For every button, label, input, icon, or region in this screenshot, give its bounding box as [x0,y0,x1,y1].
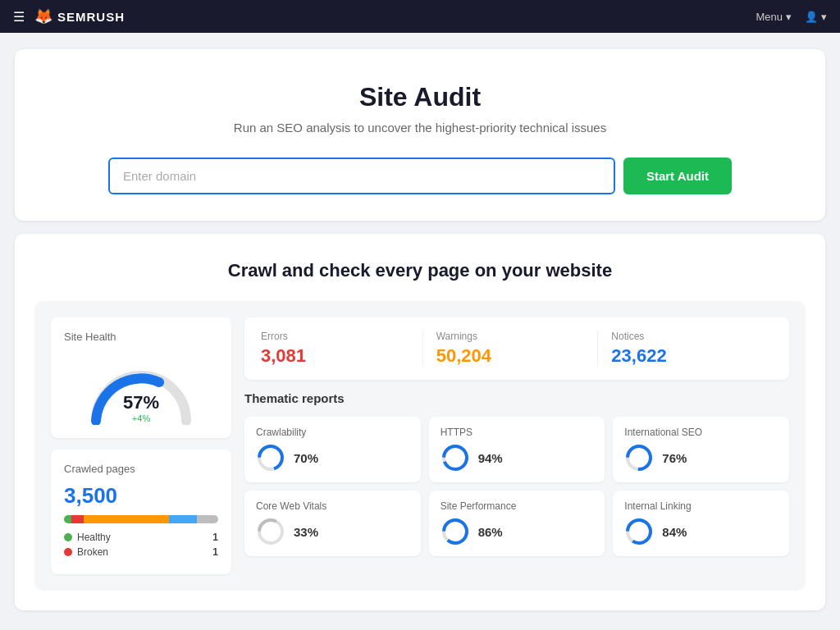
menu-button[interactable]: Menu ▾ [756,11,792,23]
report-title: International SEO [624,427,778,438]
report-percent: 70% [294,451,318,465]
svg-point-3 [444,446,467,469]
errors-row: Errors 3,081 Warnings 50,204 Notices 23,… [244,317,789,380]
errors-label: Errors [261,331,409,342]
report-title: Site Performance [441,500,594,512]
hamburger-icon[interactable]: ☰ [13,9,25,25]
warnings-block: Warnings 50,204 [422,331,598,367]
pb-blue [169,515,197,523]
report-title: Internal Linking [624,500,778,512]
page-title: Site Audit [34,82,806,112]
logo-icon: 🦊 [34,7,52,25]
site-health-label: Site Health [64,331,218,343]
report-card: Internal Linking 84% [613,491,789,556]
page-subtitle: Run an SEO analysis to uncover the highe… [34,121,806,135]
legend-healthy: Healthy 1 [64,532,218,543]
report-percent: 76% [662,451,687,465]
chevron-down-icon: ▾ [786,11,792,23]
report-percent: 33% [294,525,318,539]
user-chevron-icon: ▾ [821,11,827,23]
top-card: Site Audit Run an SEO analysis to uncove… [15,49,825,221]
donut-chart [441,443,470,472]
warnings-label: Warnings [436,331,585,342]
notices-value: 23,622 [611,345,760,367]
audit-demo: Site Health 57% +4% [34,301,806,591]
report-card: International SEO 76% [613,417,789,482]
navbar-right: Menu ▾ 👤 ▾ [756,11,827,23]
report-bottom: 70% [256,443,409,472]
gauge-percent: 57% [123,392,159,413]
legend-dot-broken [64,548,72,556]
errors-value: 3,081 [261,345,409,367]
user-menu-button[interactable]: 👤 ▾ [805,11,827,23]
donut-chart [624,443,654,472]
errors-block: Errors 3,081 [261,331,422,367]
donut-chart [256,443,285,472]
legend-dot-healthy [64,533,72,541]
report-card: Core Web Vitals 33% [244,491,421,556]
progress-bar [64,515,218,523]
report-bottom: 84% [624,517,778,546]
report-bottom: 86% [441,517,594,546]
report-title: Core Web Vitals [256,500,409,512]
donut-chart [256,517,285,546]
legend-healthy-label: Healthy [77,532,111,543]
gauge-container: 57% +4% [64,351,218,425]
section-title: Crawl and check every page on your websi… [34,260,806,281]
logo-text: SEMRUSH [57,10,125,24]
report-card: HTTPS 94% [429,417,605,482]
left-column: Site Health 57% +4% [51,317,231,574]
report-percent: 84% [662,525,687,539]
pb-green [64,515,71,523]
search-row: Start Audit [108,158,732,194]
user-icon: 👤 [805,11,818,23]
notices-label: Notices [611,331,760,342]
crawled-count: 3,500 [64,483,218,509]
report-title: Crawlability [256,427,409,438]
legend-healthy-count: 1 [212,532,218,543]
legend-broken-label: Broken [77,546,108,558]
main-content: Site Audit Run an SEO analysis to uncove… [0,33,840,627]
donut-chart [624,517,654,546]
pb-orange [84,515,168,523]
report-percent: 86% [478,525,503,539]
reports-grid: Crawlability 70% HTTPS 94% International… [244,417,789,556]
logo: 🦊 SEMRUSH [34,7,125,25]
legend-broken-count: 1 [212,546,218,558]
report-bottom: 33% [256,517,409,546]
report-percent: 94% [478,451,503,465]
donut-chart [441,517,470,546]
report-card: Crawlability 70% [244,417,421,482]
thematic-reports-label: Thematic reports [244,391,789,405]
crawled-label: Crawled pages [64,463,218,475]
report-bottom: 76% [624,443,778,472]
bottom-card: Crawl and check every page on your websi… [15,234,825,610]
pb-red [71,515,84,523]
warnings-value: 50,204 [436,345,585,367]
report-card: Site Performance 86% [429,491,605,556]
start-audit-button[interactable]: Start Audit [623,158,732,194]
report-title: HTTPS [441,427,594,438]
site-health-card: Site Health 57% +4% [51,317,231,438]
domain-input[interactable] [108,158,615,194]
pb-gray [197,515,218,523]
gauge-text: 57% +4% [123,392,159,423]
crawled-card: Crawled pages 3,500 Healthy 1 [51,450,231,574]
report-bottom: 94% [441,443,594,472]
navbar: ☰ 🦊 SEMRUSH Menu ▾ 👤 ▾ [0,0,840,33]
navbar-left: ☰ 🦊 SEMRUSH [13,7,125,25]
legend-broken: Broken 1 [64,546,218,558]
right-column: Errors 3,081 Warnings 50,204 Notices 23,… [244,317,789,574]
gauge-change: +4% [123,413,159,423]
notices-block: Notices 23,622 [597,331,773,367]
